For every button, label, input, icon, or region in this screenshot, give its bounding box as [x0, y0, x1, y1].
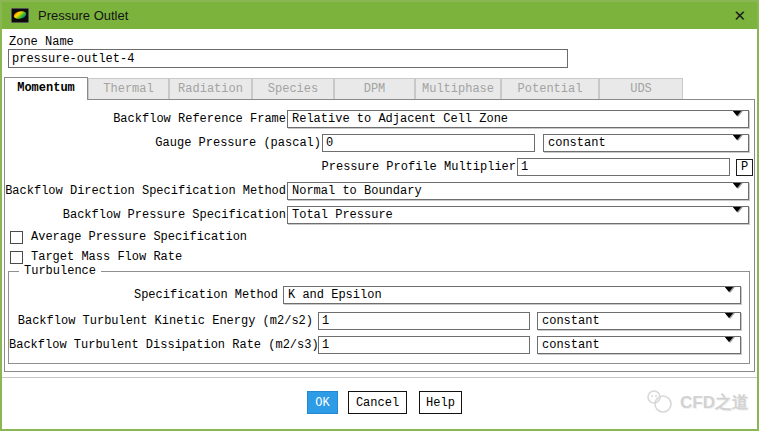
turb-kinetic-energy-profile-dropdown[interactable]: constant [537, 312, 741, 330]
tab-momentum[interactable]: Momentum [4, 77, 88, 100]
gauge-pressure-profile-dropdown[interactable]: constant [543, 134, 749, 152]
dropdown-arrow-icon [732, 187, 744, 200]
zone-name-label: Zone Name [9, 35, 74, 49]
pressure-profile-multiplier-input[interactable] [517, 158, 730, 176]
tab-bar: Momentum Thermal Radiation Species DPM M… [4, 77, 683, 100]
watermark: CFD之道 [645, 388, 749, 416]
tab-multiphase[interactable]: Multiphase [415, 78, 501, 100]
target-mass-flow-rate-label: Target Mass Flow Rate [31, 250, 182, 264]
average-pressure-spec-label: Average Pressure Specification [31, 230, 247, 244]
fluent-app-icon [11, 8, 29, 23]
backflow-pressure-spec-value: Total Pressure [292, 208, 393, 222]
tab-potential[interactable]: Potential [501, 78, 599, 100]
gauge-pressure-input[interactable] [322, 134, 535, 152]
title-bar: Pressure Outlet ✕ [2, 2, 757, 29]
spec-method-label: Specification Method [9, 286, 278, 304]
gauge-pressure-label: Gauge Pressure (pascal) [5, 134, 321, 152]
close-icon[interactable]: ✕ [731, 8, 748, 23]
pressure-profile-multiplier-label: Pressure Profile Multiplier [5, 158, 516, 176]
target-mass-flow-rate-checkbox[interactable] [10, 251, 23, 264]
pressure-outlet-dialog: Pressure Outlet ✕ Zone Name Momentum The… [0, 0, 759, 431]
turb-kinetic-energy-label: Backflow Turbulent Kinetic Energy (m2/s2… [9, 312, 313, 330]
backflow-direction-method-value: Normal to Boundary [292, 184, 422, 198]
backflow-reference-frame-dropdown[interactable]: Relative to Adjacent Cell Zone [287, 110, 749, 128]
cfd-logo-icon [645, 389, 675, 415]
turb-dissipation-rate-label: Backflow Turbulent Dissipation Rate (m2/… [9, 336, 313, 354]
turb-kinetic-energy-input[interactable] [318, 312, 530, 330]
turb-dissipation-rate-profile-dropdown[interactable]: constant [537, 336, 741, 354]
turb-dissipation-rate-input[interactable] [318, 336, 530, 354]
watermark-text: CFD之道 [680, 391, 749, 414]
tab-species[interactable]: Species [252, 78, 334, 100]
tab-dpm[interactable]: DPM [334, 78, 415, 100]
average-pressure-spec-row: Average Pressure Specification [10, 229, 247, 245]
tab-uds[interactable]: UDS [599, 78, 683, 100]
window-title: Pressure Outlet [38, 8, 128, 23]
ok-button[interactable]: OK [307, 391, 338, 414]
dropdown-arrow-icon [732, 211, 744, 224]
dropdown-arrow-icon [724, 317, 736, 330]
backflow-direction-method-dropdown[interactable]: Normal to Boundary [287, 182, 749, 200]
tab-radiation[interactable]: Radiation [169, 78, 252, 100]
dropdown-arrow-icon [732, 139, 744, 152]
footer-separator [2, 377, 757, 378]
spec-method-value: K and Epsilon [288, 288, 382, 302]
turb-kinetic-energy-profile-value: constant [542, 314, 600, 328]
backflow-direction-method-label: Backflow Direction Specification Method [5, 182, 286, 200]
turb-dissipation-rate-profile-value: constant [542, 338, 600, 352]
cancel-button[interactable]: Cancel [348, 391, 407, 414]
zone-name-input[interactable] [8, 49, 568, 68]
backflow-reference-frame-value: Relative to Adjacent Cell Zone [292, 112, 508, 126]
dropdown-arrow-icon [724, 291, 736, 304]
backflow-pressure-spec-dropdown[interactable]: Total Pressure [287, 206, 749, 224]
backflow-reference-frame-label: Backflow Reference Frame [5, 110, 286, 128]
help-button[interactable]: Help [419, 391, 462, 414]
tab-thermal[interactable]: Thermal [88, 78, 169, 100]
dropdown-arrow-icon [732, 115, 744, 128]
dropdown-arrow-icon [724, 341, 736, 354]
turbulence-group: Turbulence Specification Method K and Ep… [8, 271, 750, 364]
profile-p-button[interactable]: P [736, 159, 753, 176]
turbulence-legend: Turbulence [19, 264, 101, 278]
spec-method-dropdown[interactable]: K and Epsilon [283, 286, 741, 304]
momentum-panel: Backflow Reference Frame Relative to Adj… [4, 99, 755, 372]
gauge-pressure-profile-value: constant [548, 136, 606, 150]
target-mass-flow-rate-row: Target Mass Flow Rate [10, 249, 182, 265]
average-pressure-spec-checkbox[interactable] [10, 231, 23, 244]
backflow-pressure-spec-label: Backflow Pressure Specification [5, 206, 286, 224]
